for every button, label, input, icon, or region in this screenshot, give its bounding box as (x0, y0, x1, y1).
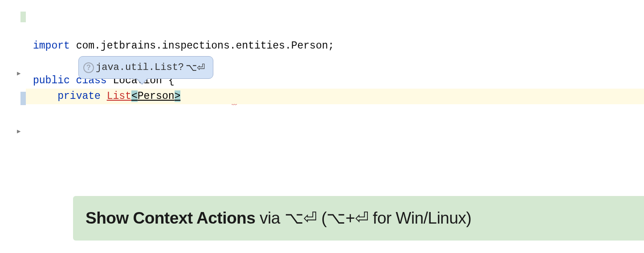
indent (33, 90, 57, 102)
hint-action-name: Show Context Actions (86, 209, 255, 227)
keyword-import: import (33, 40, 70, 52)
hint-banner: Show Context Actions via ⌥⏎ (⌥+⏎ for Win… (73, 196, 644, 241)
angle-bracket-close: > (175, 90, 181, 102)
import-path: com.jetbrains.inspections.entities.Perso… (70, 40, 334, 52)
hint-shortcut-text: via ⌥⏎ (⌥+⏎ for Win/Linux) (255, 209, 471, 227)
angle-bracket-open: < (131, 90, 138, 102)
question-icon: ? (83, 62, 94, 73)
shortcut-label: ⌥⏎ (186, 60, 205, 75)
error-squiggle-icon: 〰 (232, 102, 237, 110)
editor-area: ▶ ▶ import com.jetbrains.inspections.ent… (0, 0, 644, 253)
space (101, 90, 107, 102)
quick-fix-tooltip[interactable]: ? java.util.List? ⌥⏎ (78, 56, 213, 79)
type-parameter: Person (138, 90, 175, 102)
code-line[interactable]: import com.jetbrains.inspections.entitie… (26, 38, 644, 54)
unresolved-type[interactable]: List (107, 90, 131, 102)
code-editor[interactable]: import com.jetbrains.inspections.entitie… (26, 0, 644, 253)
tooltip-text: java.util.List? (96, 60, 184, 75)
fold-arrow-icon[interactable]: ▶ (17, 69, 20, 77)
gutter: ▶ ▶ (0, 0, 26, 253)
gutter-change-marker[interactable] (20, 12, 26, 22)
code-line-active[interactable]: private List<Person> (26, 89, 644, 104)
gutter-modified-marker[interactable] (20, 92, 26, 105)
keyword-private: private (57, 90, 101, 102)
fold-arrow-icon[interactable]: ▶ (17, 127, 20, 135)
